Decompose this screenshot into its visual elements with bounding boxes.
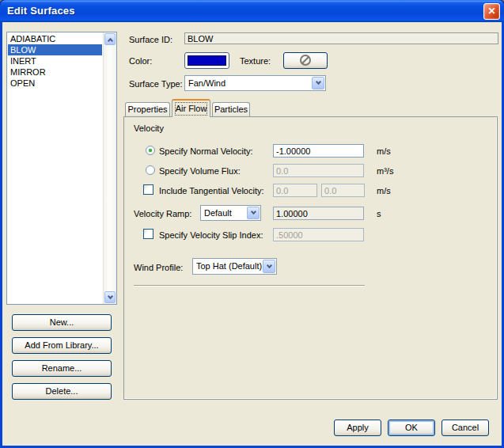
chevron-down-icon bbox=[315, 79, 320, 85]
list-scrollbar[interactable] bbox=[103, 32, 116, 304]
volume-flux-input bbox=[273, 164, 364, 177]
apply-button[interactable]: Apply bbox=[334, 420, 381, 436]
ok-button[interactable]: OK bbox=[388, 420, 435, 436]
scroll-up-button[interactable] bbox=[104, 33, 116, 45]
slip-index-input bbox=[273, 228, 364, 241]
volume-flux-unit: m³/s bbox=[377, 166, 393, 176]
tab-properties[interactable]: Properties bbox=[125, 102, 170, 116]
chevron-down-icon bbox=[266, 262, 271, 268]
texture-label: Texture: bbox=[240, 56, 271, 66]
scroll-down-button[interactable] bbox=[104, 291, 116, 303]
wind-profile-label: Wind Profile: bbox=[134, 263, 183, 272]
surface-list-item[interactable]: MIRROR bbox=[8, 66, 102, 78]
chevron-up-icon bbox=[107, 37, 112, 43]
color-label: Color: bbox=[129, 56, 152, 66]
velocity-ramp-value: Default bbox=[204, 208, 232, 218]
tangential-velocity-checkbox[interactable] bbox=[143, 184, 153, 195]
surface-list-item[interactable]: ADIABATIC bbox=[8, 33, 102, 44]
delete-button[interactable]: Delete... bbox=[12, 383, 112, 400]
color-swatch bbox=[188, 55, 226, 66]
surface-list-item-selected[interactable]: BLOW bbox=[8, 44, 102, 55]
tangential-velocity-unit: m/s bbox=[377, 186, 391, 196]
surface-type-value: Fan/Wind bbox=[188, 78, 225, 88]
chevron-down-icon bbox=[107, 293, 112, 298]
cancel-button[interactable]: Cancel bbox=[441, 420, 489, 436]
normal-velocity-input[interactable] bbox=[273, 144, 364, 158]
close-button[interactable]: ✕ bbox=[483, 3, 500, 20]
tangential-velocity-input-2 bbox=[321, 184, 365, 197]
velocity-ramp-select[interactable]: Default bbox=[200, 205, 261, 221]
tab-air-flow[interactable]: Air Flow bbox=[172, 99, 210, 117]
wind-profile-select[interactable]: Top Hat (Default) bbox=[192, 258, 277, 275]
edit-surfaces-dialog: Edit Surfaces ✕ ADIABATIC BLOW INERT MIR… bbox=[0, 0, 504, 448]
normal-velocity-label: Specify Normal Velocity: bbox=[159, 146, 253, 156]
close-icon: ✕ bbox=[487, 6, 495, 17]
surface-type-label: Surface Type: bbox=[129, 79, 183, 89]
air-flow-tab-panel: Velocity Specify Normal Velocity: m/s Sp… bbox=[123, 116, 498, 400]
dialog-body: ADIABATIC BLOW INERT MIRROR OPEN New... … bbox=[2, 22, 502, 446]
tangential-velocity-input-1 bbox=[273, 184, 317, 197]
volume-flux-label: Specify Volume Flux: bbox=[159, 166, 241, 176]
separator bbox=[134, 285, 365, 287]
add-from-library-button[interactable]: Add From Library... bbox=[12, 337, 112, 354]
surface-list-item[interactable]: INERT bbox=[8, 55, 102, 66]
velocity-group-title: Velocity bbox=[134, 123, 164, 133]
slip-index-checkbox[interactable] bbox=[143, 229, 153, 239]
tangential-velocity-label: Include Tangential Velocity: bbox=[159, 186, 264, 196]
dropdown-arrow-icon[interactable] bbox=[263, 260, 275, 273]
new-button[interactable]: New... bbox=[12, 314, 112, 331]
no-texture-icon bbox=[300, 55, 311, 66]
surface-type-select[interactable]: Fan/Wind bbox=[184, 75, 326, 91]
window-title: Edit Surfaces bbox=[7, 5, 75, 17]
normal-velocity-unit: m/s bbox=[377, 146, 391, 156]
surface-id-label: Surface ID: bbox=[129, 35, 172, 44]
surface-id-field[interactable] bbox=[184, 32, 498, 44]
color-swatch-button[interactable] bbox=[184, 52, 229, 69]
title-bar[interactable]: Edit Surfaces ✕ bbox=[0, 0, 504, 22]
chevron-down-icon bbox=[250, 209, 256, 215]
wind-profile-value: Top Hat (Default) bbox=[196, 261, 262, 271]
dropdown-arrow-icon[interactable] bbox=[312, 77, 324, 89]
tab-particles[interactable]: Particles bbox=[212, 102, 250, 116]
velocity-ramp-unit: s bbox=[377, 209, 381, 218]
volume-flux-radio[interactable] bbox=[146, 165, 155, 175]
dropdown-arrow-icon[interactable] bbox=[247, 207, 260, 219]
surface-listbox[interactable]: ADIABATIC BLOW INERT MIRROR OPEN bbox=[6, 32, 117, 305]
slip-index-label: Specify Velocity Slip Index: bbox=[159, 230, 263, 240]
velocity-ramp-input[interactable] bbox=[273, 207, 364, 220]
texture-button[interactable] bbox=[283, 52, 328, 69]
surface-list-item[interactable]: OPEN bbox=[8, 78, 102, 89]
normal-velocity-radio[interactable] bbox=[146, 146, 155, 155]
velocity-ramp-label: Velocity Ramp: bbox=[134, 209, 191, 218]
rename-button[interactable]: Rename... bbox=[12, 360, 112, 377]
